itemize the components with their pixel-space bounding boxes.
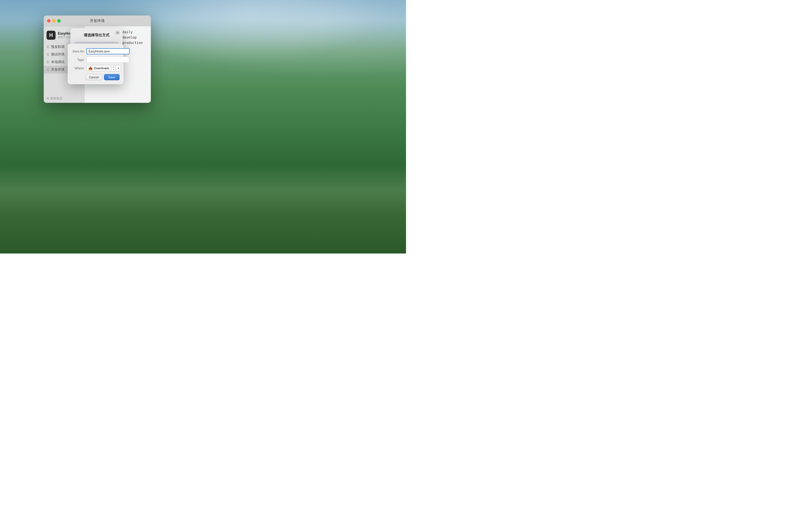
doc-icon-2: ☰ xyxy=(47,53,49,56)
tags-input[interactable] xyxy=(86,57,129,63)
tags-label: Tags: xyxy=(71,58,85,61)
env-3: production xyxy=(122,40,143,46)
env-2: develop xyxy=(122,35,137,40)
save-as-label: Save As: xyxy=(71,50,85,53)
downloads-folder-icon: 📥 xyxy=(88,66,93,70)
save-as-row: Save As: xyxy=(71,48,119,54)
stepper-down-button[interactable]: ▼ xyxy=(112,68,115,71)
env-1: daily xyxy=(122,30,133,35)
where-select[interactable]: 📥 Downloads xyxy=(86,65,111,71)
where-value: Downloads xyxy=(94,66,109,70)
sidebar-label-2: 测试环境 xyxy=(51,52,64,57)
add-item-label: 添加条目 xyxy=(50,96,63,101)
stepper-up-button[interactable]: ▲ xyxy=(112,65,115,68)
window-title: 开发环境 xyxy=(90,18,105,23)
save-as-input[interactable] xyxy=(86,48,130,54)
save-button[interactable]: Save xyxy=(104,74,119,80)
minimize-button[interactable] xyxy=(52,19,56,22)
tags-row: Tags: xyxy=(71,57,119,63)
doc-icon-3: ☰ xyxy=(47,60,49,64)
add-item-button[interactable]: ⊕ 添加条目 xyxy=(44,94,85,103)
where-row: Where: 📥 Downloads ▲ ▼ ▼ xyxy=(71,65,119,71)
where-stepper[interactable]: ▲ ▼ xyxy=(112,65,116,71)
doc-icon-4: ☰ xyxy=(47,68,49,71)
save-dialog: Save As: Tags: Where: 📥 Downloads ▲ ▼ ▼ … xyxy=(68,44,123,84)
doc-icon-1: ☰ xyxy=(47,45,49,49)
maximize-button[interactable] xyxy=(57,19,61,22)
where-select-container: 📥 Downloads ▲ ▼ ▼ xyxy=(86,65,121,71)
traffic-lights xyxy=(47,19,61,22)
export-dialog-title: 请选择导出方式 xyxy=(74,33,119,38)
app-icon: H xyxy=(47,31,56,40)
where-expand-button[interactable]: ▼ xyxy=(116,65,121,71)
window-titlebar: 开发环境 xyxy=(44,15,151,26)
where-label: Where: xyxy=(71,66,85,70)
sidebar-label-3: 本地调试 xyxy=(51,60,64,64)
save-dialog-buttons: Cancel Save xyxy=(71,74,119,80)
sidebar-label-1: 预发联调 xyxy=(51,45,64,49)
plus-icon: ⊕ xyxy=(47,97,49,100)
cancel-button[interactable]: Cancel xyxy=(86,74,102,80)
close-button[interactable] xyxy=(47,19,50,22)
sidebar-label-4: 开发环境 xyxy=(51,67,64,72)
export-close-button[interactable]: ✕ xyxy=(115,31,120,35)
